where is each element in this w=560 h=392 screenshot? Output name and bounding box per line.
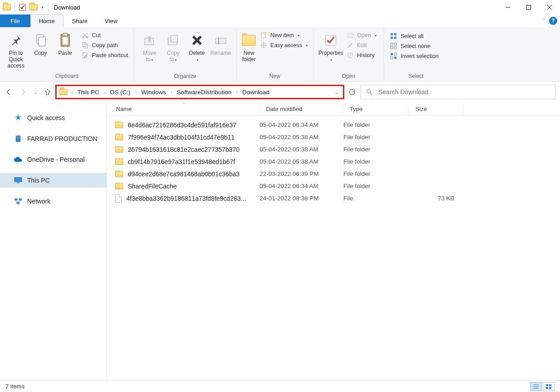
tab-view[interactable]: View: [96, 15, 126, 27]
rename-button[interactable]: Rename: [209, 29, 232, 58]
search-input[interactable]: [378, 88, 550, 96]
navigation-pane: Quick access FARRAD PRODUCTION OneDrive …: [0, 102, 107, 380]
chevron-right-icon[interactable]: ›: [102, 89, 107, 95]
new-item-button[interactable]: New item▾: [258, 31, 309, 40]
cell-name: 4f3e8bba3362b9186811a73fd8fe9cd283...: [107, 194, 260, 203]
cell-type: File folder: [343, 158, 409, 165]
svg-rect-54: [549, 384, 551, 386]
up-button[interactable]: [43, 88, 52, 96]
tab-file[interactable]: File: [0, 15, 30, 27]
table-row[interactable]: SharedFileCache05-04-2022 06:34 AMFile f…: [107, 180, 560, 192]
breadcrumb-download[interactable]: Download: [241, 88, 270, 97]
breadcrumb-softwaredistribution[interactable]: SoftwareDistribution: [176, 88, 232, 97]
copy-button[interactable]: Copy: [28, 29, 53, 58]
cell-type: File folder: [343, 134, 409, 140]
help-icon[interactable]: ?: [549, 17, 557, 25]
table-row[interactable]: 4f3e8bba3362b9186811a73fd8fe9cd283...24-…: [107, 192, 560, 204]
select-none-button[interactable]: Select none: [388, 42, 440, 51]
file-name: 6e4d6ac7216286d3c4de591faf916e37: [128, 121, 237, 129]
select-all-button[interactable]: Select all: [388, 32, 440, 41]
minimize-button[interactable]: [497, 0, 518, 15]
sidebar-item-network[interactable]: Network: [0, 194, 106, 208]
chevron-right-icon[interactable]: ›: [69, 89, 75, 95]
column-type[interactable]: Type: [343, 102, 409, 116]
copy-path-button[interactable]: Copy path: [79, 41, 130, 50]
delete-button[interactable]: Delete▾: [185, 29, 209, 65]
qat-newfolder-icon[interactable]: [29, 4, 38, 10]
svg-rect-43: [17, 138, 18, 139]
qat-dropdown-icon[interactable]: ▾: [40, 5, 44, 10]
breadcrumb-windows[interactable]: Windows: [140, 88, 167, 97]
ribbon: Pin to Quick access Copy Paste Cut Copy …: [0, 27, 560, 82]
cell-name: SharedFileCache: [107, 183, 260, 190]
maximize-button[interactable]: [518, 0, 539, 15]
close-button[interactable]: [539, 0, 560, 15]
new-folder-button[interactable]: New folder: [240, 29, 258, 64]
folder-icon: [115, 134, 123, 140]
history-button[interactable]: History: [344, 51, 378, 60]
status-text: 7 items: [5, 383, 24, 390]
view-details-button[interactable]: [530, 382, 542, 391]
tab-home[interactable]: Home: [30, 15, 63, 27]
table-row[interactable]: 6e4d6ac7216286d3c4de591faf916e3705-04-20…: [107, 119, 560, 131]
file-name: 7f996e94f74ac3dbb104f31cd47e9b11: [128, 134, 235, 141]
back-button[interactable]: [5, 88, 13, 96]
svg-rect-17: [171, 35, 178, 42]
chevron-right-icon[interactable]: ›: [169, 89, 174, 95]
table-row[interactable]: cb9f14b7916e97a31f1e53948ed1b67f05-04-20…: [107, 155, 560, 168]
breadcrumb-this-pc[interactable]: This PC: [77, 88, 100, 97]
easy-access-button[interactable]: Easy access▾: [258, 41, 309, 50]
address-dropdown-icon[interactable]: ⌄: [333, 89, 340, 95]
refresh-button[interactable]: [348, 88, 357, 96]
cell-name: 6e4d6ac7216286d3c4de591faf916e37: [107, 121, 260, 129]
column-size[interactable]: Size: [409, 102, 463, 116]
cell-type: File folder: [343, 146, 409, 153]
qat-separator: [14, 3, 15, 11]
breadcrumb-os-c[interactable]: OS (C:): [109, 88, 131, 97]
folder-icon: [115, 159, 123, 165]
cell-date: 05-04-2022 06:34 AM: [260, 121, 343, 128]
tab-share[interactable]: Share: [63, 15, 97, 27]
file-name: 4f3e8bba3362b9186811a73fd8fe9cd283...: [126, 195, 246, 202]
easy-access-icon: [260, 41, 268, 49]
cell-date: 05-04-2022 05:38 AM: [260, 158, 343, 165]
cut-button[interactable]: Cut: [79, 31, 130, 40]
svg-point-38: [367, 90, 371, 93]
sidebar-item-farrad[interactable]: FARRAD PRODUCTION: [0, 131, 106, 146]
pin-quick-access-button[interactable]: Pin to Quick access: [4, 29, 28, 71]
svg-rect-30: [391, 43, 393, 45]
sidebar-item-quick-access[interactable]: Quick access: [0, 111, 106, 125]
chevron-right-icon[interactable]: ›: [133, 89, 139, 95]
table-row[interactable]: d94cee2d68e7ca981468ab0b01c36ba322-03-20…: [107, 168, 560, 180]
paste-button[interactable]: Paste: [53, 29, 77, 58]
properties-button[interactable]: Properties▾: [317, 29, 344, 65]
open-button[interactable]: Open▾: [344, 31, 378, 40]
recent-locations-button[interactable]: ⌄: [34, 90, 37, 95]
svg-rect-9: [63, 37, 68, 45]
table-row[interactable]: 26794b1631618c81e2caec277357b37005-04-20…: [107, 143, 560, 155]
address-bar[interactable]: › This PC › OS (C:) › Windows › Software…: [55, 85, 344, 99]
svg-rect-44: [19, 138, 20, 139]
paste-shortcut-button[interactable]: Paste shortcut: [79, 51, 130, 60]
chevron-right-icon[interactable]: ›: [234, 89, 240, 95]
qat-properties-icon[interactable]: [19, 3, 27, 11]
sidebar-item-this-pc[interactable]: This PC: [0, 173, 106, 188]
copy-to-button[interactable]: Copy to▾: [161, 29, 185, 65]
view-thumbnails-button[interactable]: [543, 382, 555, 391]
svg-rect-41: [17, 137, 18, 138]
sidebar-item-onedrive[interactable]: OneDrive - Personal: [0, 152, 106, 167]
svg-rect-29: [394, 37, 396, 39]
forward-button[interactable]: [19, 88, 27, 96]
scissors-icon: [81, 31, 89, 39]
edit-button[interactable]: Edit: [344, 41, 378, 50]
file-name: 26794b1631618c81e2caec277357b370: [128, 146, 240, 153]
column-date[interactable]: Date modified: [260, 102, 343, 116]
file-name: d94cee2d68e7ca981468ab0b01c36ba3: [128, 170, 240, 178]
collapse-ribbon-icon[interactable]: ˄: [543, 18, 546, 24]
search-box[interactable]: [361, 85, 555, 99]
invert-selection-button[interactable]: Invert selection: [388, 52, 440, 61]
table-row[interactable]: 7f996e94f74ac3dbb104f31cd47e9b1105-04-20…: [107, 131, 560, 143]
move-to-button[interactable]: Move to▾: [138, 29, 161, 65]
cell-type: File folder: [343, 121, 409, 128]
svg-rect-45: [14, 178, 22, 182]
